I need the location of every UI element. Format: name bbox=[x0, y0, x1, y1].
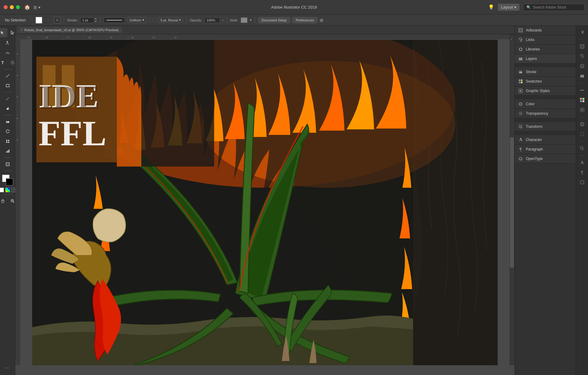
opacity-arrow[interactable]: › bbox=[222, 18, 224, 22]
stroke-col-icon[interactable] bbox=[578, 86, 586, 94]
paragraph-col-symbol: ¶ bbox=[581, 170, 583, 175]
normal-mode-icon[interactable] bbox=[0, 188, 4, 192]
close-button[interactable] bbox=[4, 5, 8, 9]
paragraph-header[interactable]: ¶ Paragraph bbox=[515, 145, 576, 154]
color-header[interactable]: Color bbox=[515, 99, 576, 109]
character-col-symbol: A bbox=[580, 160, 583, 165]
rect-tool-button[interactable] bbox=[3, 81, 12, 90]
round-cap-dropdown[interactable]: 5 pt. Round ▾ bbox=[158, 17, 183, 23]
fg-bg-swatches[interactable] bbox=[2, 175, 13, 186]
svg-rect-99 bbox=[580, 77, 584, 77]
fill-color-swatch[interactable] bbox=[36, 17, 42, 24]
links-label: Links bbox=[526, 38, 534, 42]
graphic-styles-header[interactable]: Graphic Styles bbox=[515, 86, 576, 95]
minimize-button[interactable] bbox=[10, 5, 14, 9]
layers-col-icon[interactable] bbox=[578, 72, 586, 80]
svg-text:17: 17 bbox=[67, 36, 70, 39]
layout-button[interactable]: Layout ▾ bbox=[498, 4, 519, 11]
bulb-icon[interactable]: 💡 bbox=[488, 4, 494, 10]
libraries-header[interactable]: Libraries bbox=[515, 45, 576, 54]
appearance-icon[interactable]: ⊙ bbox=[54, 17, 61, 24]
canvas-viewport[interactable]: IDE FFL IDE bbox=[21, 40, 509, 365]
line-tool-button[interactable] bbox=[3, 71, 12, 80]
color-col-icon[interactable] bbox=[578, 120, 586, 128]
maximize-button[interactable] bbox=[16, 5, 20, 9]
stroke-header[interactable]: Stroke bbox=[515, 67, 576, 76]
separator-6 bbox=[255, 17, 255, 23]
more-icon[interactable]: ··· bbox=[3, 363, 12, 373]
collapse-panel-button[interactable] bbox=[578, 28, 586, 36]
transform-header[interactable]: Transform bbox=[515, 122, 576, 131]
background-swatch[interactable] bbox=[6, 178, 13, 186]
links-col-icon[interactable] bbox=[578, 52, 586, 60]
workspace-switcher[interactable]: ⊞ ▾ bbox=[33, 5, 40, 10]
opentype-icon: OT bbox=[518, 156, 523, 162]
type-tool-button[interactable]: T bbox=[0, 58, 7, 67]
tool-separator-6 bbox=[4, 194, 11, 195]
opentype-col-icon[interactable] bbox=[578, 178, 586, 186]
style-chevron[interactable]: ▾ bbox=[250, 18, 252, 22]
graphic-styles-col-icon[interactable] bbox=[578, 106, 586, 114]
svg-text:20: 20 bbox=[131, 36, 134, 39]
stroke-spinners[interactable]: ▲ ▼ bbox=[95, 17, 97, 23]
style-preview[interactable] bbox=[241, 17, 247, 23]
graph-tool-button[interactable] bbox=[3, 147, 12, 156]
grid-tool-button[interactable] bbox=[3, 137, 12, 146]
ruler-h-svg: 15 16 17 18 19 20 21 22 bbox=[21, 34, 509, 39]
stroke-color-indicator[interactable] bbox=[45, 17, 51, 24]
pen-tool-button[interactable] bbox=[3, 39, 12, 48]
rotate-tool-button[interactable] bbox=[3, 127, 12, 136]
arrange-icon[interactable]: ⊞ bbox=[320, 18, 323, 23]
transparency-col-icon[interactable] bbox=[578, 130, 586, 138]
transparency-header[interactable]: Transparency bbox=[515, 109, 576, 118]
opacity-input[interactable] bbox=[205, 17, 220, 23]
tab-close-button[interactable]: × bbox=[21, 28, 23, 32]
transform-label: Transform bbox=[526, 124, 542, 129]
eraser-tool-button[interactable] bbox=[3, 117, 12, 126]
options-bar: No Selection ⊙ Stroke: ▲ ▼ Uniform ▾ 5 p… bbox=[0, 15, 588, 26]
artboard-tool-button[interactable] bbox=[3, 160, 12, 169]
touch-type-icon: ⓣ bbox=[11, 60, 14, 65]
links-header[interactable]: Links bbox=[515, 35, 576, 44]
opentype-header[interactable]: OT OpenType bbox=[515, 154, 576, 163]
transform-panel: Transform bbox=[515, 122, 576, 132]
hand-tool-button[interactable] bbox=[0, 196, 7, 206]
artboards-header[interactable]: Artboards bbox=[515, 26, 576, 35]
paintbrush-tool-button[interactable] bbox=[3, 94, 12, 103]
stroke-width-input[interactable] bbox=[80, 17, 94, 23]
paragraph-col-icon[interactable]: ¶ bbox=[578, 169, 586, 176]
document-setup-button[interactable]: Document Setup bbox=[258, 17, 290, 23]
layers-header[interactable]: Layers bbox=[515, 54, 576, 63]
libraries-col-icon[interactable] bbox=[578, 62, 586, 70]
canvas-scrollbar-vertical[interactable] bbox=[509, 40, 514, 365]
svg-rect-2 bbox=[6, 84, 9, 87]
more-tools-button[interactable]: ··· bbox=[3, 361, 12, 373]
gradient-mode-icon[interactable] bbox=[5, 188, 10, 192]
stroke-line-style[interactable] bbox=[104, 17, 125, 23]
blob-brush-tool-button[interactable] bbox=[3, 104, 12, 113]
transform-col-icon[interactable] bbox=[578, 144, 586, 152]
character-header[interactable]: A Character bbox=[515, 135, 576, 144]
stroke-down-arrow[interactable]: ▼ bbox=[95, 20, 97, 23]
search-adobe-stock[interactable]: 🔍 Search Adobe Stock bbox=[523, 4, 584, 11]
curvature-tool-button[interactable] bbox=[3, 48, 12, 58]
libraries-panel: Libraries bbox=[515, 45, 576, 54]
transform-icon bbox=[518, 124, 523, 129]
document-tab[interactable]: × Rotulo_final_tempestade_v5.ai @ 300% (… bbox=[18, 27, 122, 33]
workspace-chevron-icon: ▾ bbox=[38, 5, 40, 10]
artboards-col-icon[interactable] bbox=[578, 43, 586, 50]
stroke-style-dropdown[interactable]: Uniform ▾ bbox=[127, 17, 147, 23]
opentype-label: OpenType bbox=[526, 157, 543, 161]
preferences-button[interactable]: Preferences bbox=[292, 17, 317, 23]
stroke-up-arrow[interactable]: ▲ bbox=[95, 17, 97, 20]
swatches-header[interactable]: Swatches bbox=[515, 77, 576, 86]
svg-text:18: 18 bbox=[88, 36, 91, 39]
swatches-col-icon[interactable] bbox=[578, 96, 586, 104]
selection-tool-button[interactable] bbox=[0, 28, 7, 37]
scrollbar-thumb-vertical[interactable] bbox=[510, 137, 514, 268]
svg-rect-82 bbox=[519, 82, 520, 83]
icon-separator-2 bbox=[579, 83, 586, 83]
character-col-icon[interactable]: A bbox=[578, 159, 586, 167]
home-icon[interactable]: 🏠 bbox=[24, 4, 30, 10]
stroke-value-group[interactable]: ▲ ▼ bbox=[80, 17, 97, 23]
